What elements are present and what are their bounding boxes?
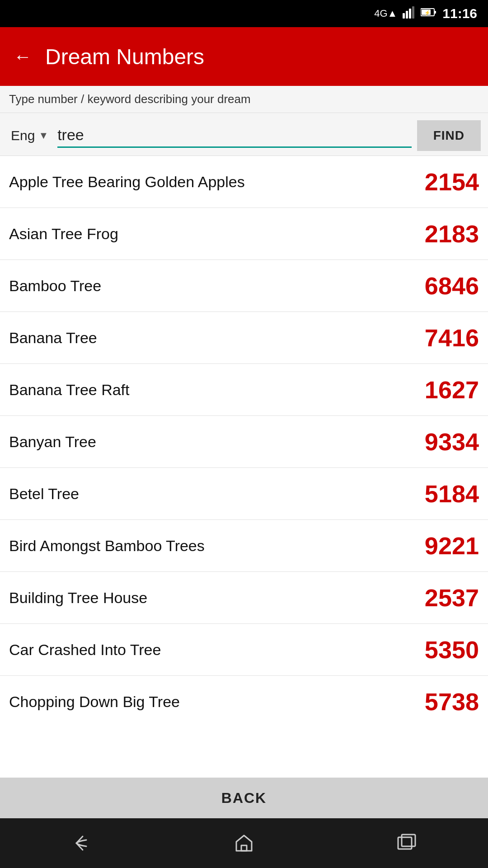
svg-text:⚡: ⚡ [424, 9, 431, 16]
result-number: 6846 [407, 272, 479, 300]
results-list: Apple Tree Bearing Golden Apples 2154 As… [0, 156, 488, 778]
find-button[interactable]: FIND [417, 120, 481, 151]
table-row[interactable]: Car Crashed Into Tree 5350 [0, 624, 488, 676]
svg-rect-5 [434, 11, 436, 14]
result-name: Banana Tree Raft [9, 381, 407, 399]
svg-rect-9 [241, 845, 247, 851]
result-name: Car Crashed Into Tree [9, 641, 407, 659]
app-title: Dream Numbers [45, 44, 204, 69]
svg-rect-3 [412, 6, 414, 19]
back-bar-button[interactable]: BACK [0, 778, 488, 818]
result-name: Banyan Tree [9, 433, 407, 451]
result-number: 2537 [407, 584, 479, 612]
app-bar: ← Dream Numbers [0, 27, 488, 86]
signal-icon [403, 6, 415, 21]
result-name: Banana Tree [9, 329, 407, 347]
table-row[interactable]: Banana Tree Raft 1627 [0, 364, 488, 416]
result-number: 2183 [407, 220, 479, 248]
svg-marker-8 [236, 835, 252, 851]
result-name: Bamboo Tree [9, 277, 407, 295]
language-label: Eng [11, 128, 35, 143]
language-selector[interactable]: Eng ▼ [7, 124, 52, 147]
result-name: Chopping Down Big Tree [9, 693, 407, 711]
status-icons: 4G▲ ⚡ 11:16 [374, 6, 477, 21]
nav-bar [0, 818, 488, 868]
result-number: 5738 [407, 688, 479, 716]
svg-rect-11 [402, 835, 415, 846]
nav-back-icon[interactable] [63, 830, 99, 857]
svg-rect-10 [398, 837, 412, 849]
nav-home-icon[interactable] [226, 830, 262, 857]
result-number: 7416 [407, 324, 479, 352]
status-bar: 4G▲ ⚡ 11:16 [0, 0, 488, 27]
result-name: Bird Amongst Bamboo Trees [9, 537, 407, 555]
table-row[interactable]: Building Tree House 2537 [0, 572, 488, 624]
battery-icon: ⚡ [421, 7, 437, 20]
table-row[interactable]: Banana Tree 7416 [0, 312, 488, 364]
result-number: 1627 [407, 376, 479, 404]
table-row[interactable]: Bird Amongst Bamboo Trees 9221 [0, 520, 488, 572]
result-number: 5350 [407, 636, 479, 664]
svg-rect-0 [403, 13, 405, 19]
chevron-down-icon: ▼ [38, 130, 48, 142]
result-number: 2154 [407, 168, 479, 196]
result-name: Building Tree House [9, 589, 407, 607]
table-row[interactable]: Apple Tree Bearing Golden Apples 2154 [0, 156, 488, 208]
result-name: Asian Tree Frog [9, 225, 407, 243]
result-number: 9221 [407, 532, 479, 560]
nav-recents-icon[interactable] [389, 830, 425, 857]
svg-rect-1 [406, 11, 408, 19]
result-number: 5184 [407, 480, 479, 508]
search-bar: Eng ▼ FIND [0, 113, 488, 156]
table-row[interactable]: Banyan Tree 9334 [0, 416, 488, 468]
network-icon: 4G▲ [374, 8, 397, 19]
search-hint: Type number / keyword describing your dr… [0, 86, 488, 113]
result-name: Apple Tree Bearing Golden Apples [9, 173, 407, 191]
back-bar-label: BACK [221, 790, 267, 807]
table-row[interactable]: Betel Tree 5184 [0, 468, 488, 520]
app-back-button[interactable]: ← [14, 47, 32, 67]
status-time: 11:16 [442, 6, 477, 21]
search-input-wrapper [57, 123, 412, 148]
result-name: Betel Tree [9, 485, 407, 503]
result-number: 9334 [407, 428, 479, 456]
table-row[interactable]: Asian Tree Frog 2183 [0, 208, 488, 260]
table-row[interactable]: Chopping Down Big Tree 5738 [0, 676, 488, 720]
svg-rect-2 [409, 9, 411, 19]
search-input[interactable] [57, 123, 412, 146]
table-row[interactable]: Bamboo Tree 6846 [0, 260, 488, 312]
